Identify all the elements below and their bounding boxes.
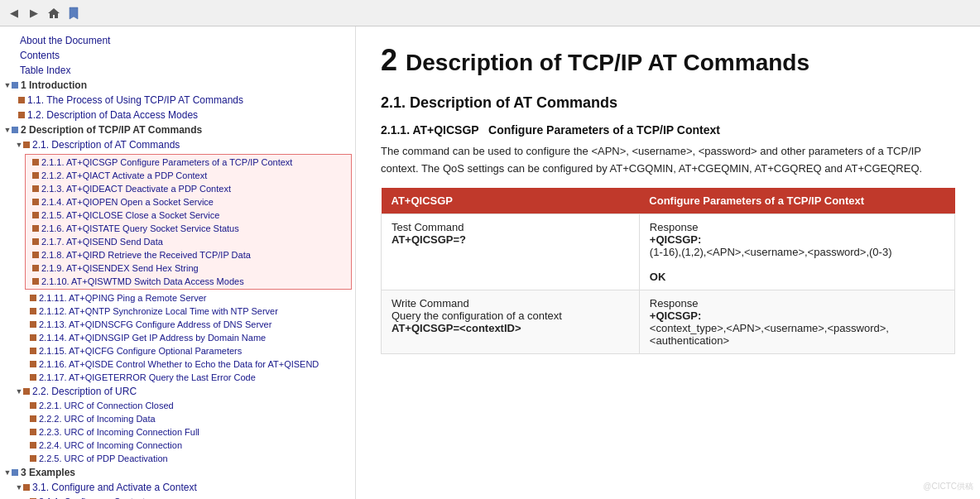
item-marker	[30, 361, 36, 367]
item-marker	[30, 321, 36, 328]
cmd-description-title: Configure Parameters of a TCP/IP Context	[488, 123, 720, 137]
sidebar-item-2-1-7[interactable]: 2.1.7. AT+QISEND Send Data	[26, 235, 351, 248]
item-marker	[32, 199, 39, 205]
sidebar-item-2-1-3[interactable]: 2.1.3. AT+QIDEACT Deactivate a PDP Conte…	[26, 182, 351, 195]
response-value-1: +QICSGP:(1-16),(1,2),<APN>,<username>,<p…	[650, 233, 944, 258]
sidebar-item-label: 2.1.6. AT+QISTATE Query Socket Service S…	[41, 223, 239, 233]
sidebar-item-label: 2.1.3. AT+QIDEACT Deactivate a PDP Conte…	[41, 184, 231, 194]
expand-icon: ▼	[3, 81, 12, 89]
sidebar[interactable]: About the Document Contents Table Index …	[0, 26, 356, 499]
home-icon[interactable]	[46, 6, 61, 21]
sidebar-item-label: 2 Description of TCP/IP AT Commands	[21, 124, 202, 136]
section-marker	[12, 82, 18, 89]
sidebar-item-2-2-5[interactable]: 2.2.5. URC of PDP Deactivation	[0, 452, 355, 465]
back-icon[interactable]: ◀	[7, 6, 22, 21]
test-command-value: AT+QICSGP=?	[392, 233, 629, 246]
expand-icon: ▼	[15, 483, 23, 492]
sidebar-item-2-1-4[interactable]: 2.1.4. AT+QIOPEN Open a Socket Service	[26, 195, 351, 209]
write-command-value: AT+QICSGP=<contextID>	[392, 322, 629, 334]
item-marker	[18, 97, 25, 103]
sidebar-item-label: 2.1.8. AT+QIRD Retrieve the Received TCP…	[41, 250, 251, 260]
sidebar-item-2-2-1[interactable]: 2.2.1. URC of Connection Closed	[0, 399, 355, 412]
section-2-1-1-heading: 2.1.1. AT+QICSGP Configure Parameters of…	[381, 123, 955, 137]
test-command-label: Test Command	[392, 221, 629, 233]
item-marker	[30, 308, 36, 314]
chapter-title: Description of TCP/IP AT Commands	[406, 50, 809, 76]
cmd-name: AT+QICSGP	[412, 123, 478, 137]
spacer-icon	[12, 51, 20, 60]
sidebar-item-2-1-9[interactable]: 2.1.9. AT+QISENDEX Send Hex String	[26, 261, 351, 275]
sidebar-item-label: 2.1.1. AT+QICSGP Configure Parameters of…	[41, 157, 292, 167]
item-marker	[32, 159, 39, 166]
sidebar-item-3[interactable]: ▼ 3 Examples	[0, 465, 355, 480]
sidebar-item-contents[interactable]: Contents	[0, 48, 355, 63]
intro-paragraph: The command can be used to configure the…	[381, 143, 955, 178]
sidebar-item-label: 2.2.4. URC of Incoming Connection	[39, 440, 182, 450]
sidebar-item-2-1-5[interactable]: 2.1.5. AT+QICLOSE Close a Socket Service	[26, 209, 351, 222]
response-label-2: Response	[650, 297, 944, 309]
sidebar-item-label: 2.1.12. AT+QNTP Synchronize Local Time w…	[39, 306, 278, 316]
section-marker	[12, 127, 18, 133]
sidebar-item-label: 2.2. Description of URC	[32, 386, 137, 397]
sidebar-item-label: 1.2. Description of Data Access Modes	[27, 109, 198, 121]
toolbar: ◀ ▶	[0, 0, 980, 26]
item-marker	[32, 172, 39, 179]
sidebar-item-label: 2.2.5. URC of PDP Deactivation	[39, 453, 168, 463]
sidebar-item-2-1-11[interactable]: 2.1.11. AT+QPING Ping a Remote Server	[0, 291, 355, 305]
bookmark-icon[interactable]	[66, 6, 81, 21]
sidebar-item-label: 2.2.2. URC of Incoming Data	[39, 414, 156, 424]
item-marker	[30, 334, 36, 341]
sidebar-item-label: 2.1.13. AT+QIDNSCFG Configure Address of…	[39, 319, 271, 329]
sidebar-item-label: 1 Introduction	[21, 79, 87, 91]
sidebar-item-label: About the Document	[20, 35, 110, 46]
sidebar-item-label: 2.2.1. URC of Connection Closed	[39, 401, 174, 410]
watermark: @CICTC供稿	[923, 481, 973, 492]
sidebar-item-1-2[interactable]: 1.2. Description of Data Access Modes	[0, 108, 355, 122]
sidebar-item-2-1-16[interactable]: 2.1.16. AT+QISDE Control Whether to Echo…	[0, 357, 355, 371]
sidebar-item-2-2-4[interactable]: 2.2.4. URC of Incoming Connection	[0, 439, 355, 452]
sidebar-item-2-1-15[interactable]: 2.1.15. AT+QICFG Configure Optional Para…	[0, 344, 355, 357]
sidebar-item-label: 2.1.11. AT+QPING Ping a Remote Server	[39, 293, 206, 303]
sidebar-item-2-1-17[interactable]: 2.1.17. AT+QIGETERROR Query the Last Err…	[0, 371, 355, 384]
sidebar-item-3-1-1[interactable]: 3.1.1. Configure a Context	[0, 495, 355, 499]
sidebar-item-2-1-12[interactable]: 2.1.12. AT+QNTP Synchronize Local Time w…	[0, 305, 355, 318]
cmd-section-number: 2.1.1.	[381, 123, 410, 137]
item-marker	[32, 238, 39, 245]
sidebar-item-1-1[interactable]: 1.1. The Process of Using TCP/IP AT Comm…	[0, 93, 355, 108]
chapter-number: 2	[381, 43, 397, 78]
section-2-1-heading: 2.1. Description of AT Commands	[381, 94, 955, 112]
item-marker	[30, 402, 36, 409]
sidebar-item-2-2-3[interactable]: 2.2.3. URC of Incoming Connection Full	[0, 425, 355, 439]
sidebar-item-2-1-8[interactable]: 2.1.8. AT+QIRD Retrieve the Received TCP…	[26, 248, 351, 261]
item-marker	[32, 185, 39, 192]
sidebar-item-label: 2.1.9. AT+QISENDEX Send Hex String	[41, 263, 199, 273]
sidebar-item-2-2[interactable]: ▼ 2.2. Description of URC	[0, 384, 355, 399]
sidebar-item-2-1[interactable]: ▼ 2.1. Description of AT Commands	[0, 137, 355, 152]
forward-icon[interactable]: ▶	[26, 6, 41, 21]
sidebar-item-label: 2.1. Description of AT Commands	[32, 139, 180, 151]
content-area[interactable]: 2 Description of TCP/IP AT Commands 2.1.…	[356, 26, 980, 499]
highlighted-block: 2.1.1. AT+QICSGP Configure Parameters of…	[25, 154, 352, 290]
chapter-heading: 2 Description of TCP/IP AT Commands	[381, 43, 955, 78]
expand-icon: ▼	[15, 387, 23, 396]
sidebar-item-2[interactable]: ▼ 2 Description of TCP/IP AT Commands	[0, 122, 355, 137]
sidebar-item-2-1-6[interactable]: 2.1.6. AT+QISTATE Query Socket Service S…	[26, 222, 351, 235]
sidebar-item-3-1[interactable]: ▼ 3.1. Configure and Activate a Context	[0, 480, 355, 495]
sidebar-item-label: 2.1.10. AT+QISWTMD Switch Data Access Mo…	[41, 276, 244, 286]
item-marker	[32, 278, 39, 285]
expand-icon: ▼	[3, 468, 12, 477]
sidebar-item-2-1-14[interactable]: 2.1.14. AT+QIDNSGIP Get IP Address by Do…	[0, 331, 355, 344]
sidebar-item-about[interactable]: About the Document	[0, 33, 355, 48]
sidebar-item-label: Contents	[20, 50, 60, 61]
sidebar-item-2-1-1[interactable]: 2.1.1. AT+QICSGP Configure Parameters of…	[26, 156, 351, 169]
sidebar-item-2-1-2[interactable]: 2.1.2. AT+QIACT Activate a PDP Context	[26, 169, 351, 182]
sidebar-item-2-1-10[interactable]: 2.1.10. AT+QISWTMD Switch Data Access Mo…	[26, 275, 351, 288]
item-marker	[30, 295, 36, 301]
spacer-icon	[12, 36, 20, 45]
sidebar-item-label: 2.1.14. AT+QIDNSGIP Get IP Address by Do…	[39, 333, 266, 343]
sidebar-item-2-2-2[interactable]: 2.2.2. URC of Incoming Data	[0, 412, 355, 425]
sidebar-item-2-1-13[interactable]: 2.1.13. AT+QIDNSCFG Configure Address of…	[0, 318, 355, 331]
sidebar-item-intro[interactable]: ▼ 1 Introduction	[0, 78, 355, 93]
sidebar-item-table-index[interactable]: Table Index	[0, 63, 355, 78]
table-row: Write Command Query the configuration of…	[382, 290, 955, 353]
